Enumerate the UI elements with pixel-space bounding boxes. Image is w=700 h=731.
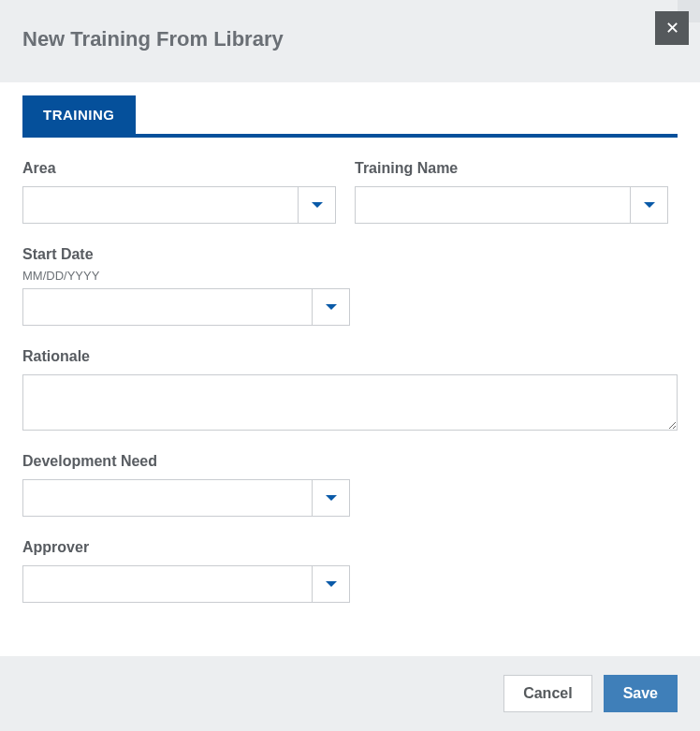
form-body: Area Training Name — [0, 138, 700, 656]
close-button[interactable]: ✕ — [655, 11, 689, 45]
close-button-wrap: ✕ — [678, 0, 700, 22]
row-rationale: Rationale — [22, 348, 678, 431]
development-need-combo — [22, 479, 350, 517]
save-button[interactable]: Save — [604, 675, 678, 712]
label-rationale: Rationale — [22, 348, 678, 365]
field-rationale: Rationale — [22, 348, 678, 431]
chevron-down-icon — [644, 202, 655, 208]
dialog-footer: Cancel Save — [0, 656, 700, 731]
field-development-need: Development Need — [22, 453, 350, 517]
field-approver: Approver — [22, 539, 350, 603]
training-name-dropdown-button[interactable] — [630, 187, 667, 223]
chevron-down-icon — [326, 581, 337, 587]
training-name-combo — [355, 186, 668, 224]
row-approver: Approver — [22, 539, 678, 603]
label-start-date: Start Date — [22, 246, 350, 263]
new-training-dialog: New Training From Library ✕ TRAINING Are… — [0, 0, 700, 731]
chevron-down-icon — [326, 304, 337, 310]
field-area: Area — [22, 160, 336, 224]
hint-start-date: MM/DD/YYYY — [22, 269, 350, 283]
tabs: TRAINING — [22, 95, 678, 138]
start-date-input[interactable] — [23, 289, 312, 325]
label-development-need: Development Need — [22, 453, 350, 470]
label-area: Area — [22, 160, 336, 177]
development-need-dropdown-button[interactable] — [312, 480, 349, 516]
field-start-date: Start Date MM/DD/YYYY — [22, 246, 350, 326]
area-input[interactable] — [23, 187, 298, 223]
start-date-combo — [22, 288, 350, 326]
row-area-trainingname: Area Training Name — [22, 160, 678, 224]
chevron-down-icon — [312, 202, 323, 208]
field-training-name: Training Name — [355, 160, 668, 224]
area-dropdown-button[interactable] — [298, 187, 335, 223]
chevron-down-icon — [326, 495, 337, 501]
area-combo — [22, 186, 336, 224]
training-name-input[interactable] — [356, 187, 630, 223]
approver-input[interactable] — [23, 566, 312, 602]
close-icon: ✕ — [665, 18, 679, 38]
approver-dropdown-button[interactable] — [312, 566, 349, 602]
label-training-name: Training Name — [355, 160, 668, 177]
row-devneed: Development Need — [22, 453, 678, 517]
tabs-container: TRAINING — [0, 82, 700, 138]
tab-training[interactable]: TRAINING — [22, 95, 136, 134]
label-approver: Approver — [22, 539, 350, 556]
cancel-button[interactable]: Cancel — [503, 675, 591, 712]
development-need-input[interactable] — [23, 480, 312, 516]
start-date-dropdown-button[interactable] — [312, 289, 349, 325]
dialog-title: New Training From Library — [22, 27, 284, 51]
rationale-textarea[interactable] — [22, 374, 678, 431]
approver-combo — [22, 565, 350, 603]
dialog-header: New Training From Library ✕ — [0, 0, 700, 82]
row-startdate: Start Date MM/DD/YYYY — [22, 246, 678, 326]
